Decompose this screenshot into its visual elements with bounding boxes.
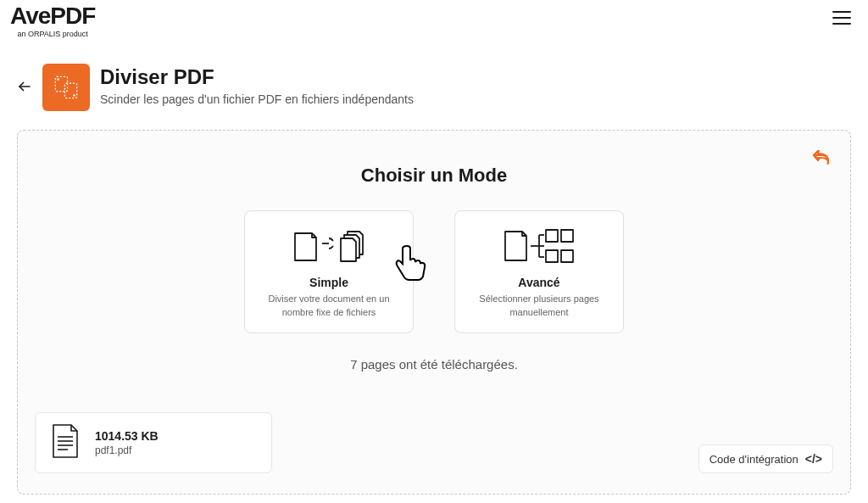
upload-status: 7 pages ont été téléchargées.: [35, 357, 833, 372]
mode-simple-card[interactable]: Simple Diviser votre document en un nomb…: [244, 210, 414, 333]
svg-rect-11: [561, 230, 573, 242]
main-panel: Choisir un Mode Simple Diviser votre doc…: [17, 130, 851, 495]
file-size: 1014.53 KB: [95, 429, 159, 443]
svg-point-4: [73, 94, 75, 96]
svg-rect-10: [546, 230, 558, 242]
page-title: Diviser PDF: [100, 65, 414, 89]
mode-advanced-icon: [497, 225, 581, 267]
file-name: pdf1.pdf: [95, 444, 159, 456]
mode-advanced-desc: Sélectionner plusieurs pages manuellemen…: [465, 293, 613, 319]
mode-advanced-title: Avancé: [518, 276, 559, 289]
mode-heading: Choisir un Mode: [35, 165, 833, 187]
menu-icon[interactable]: [832, 4, 851, 31]
brand-tagline: an ORPALIS product: [17, 30, 87, 38]
file-doc-icon: [51, 423, 80, 462]
undo-icon[interactable]: [811, 148, 832, 171]
svg-rect-12: [546, 250, 558, 262]
uploaded-file-card[interactable]: 1014.53 KB pdf1.pdf: [35, 412, 272, 473]
embed-code-label: Code d'intégration: [709, 453, 798, 466]
svg-point-3: [57, 78, 58, 80]
mode-simple-desc: Diviser votre document en un nombre fixe…: [255, 293, 403, 319]
cursor-pointer-icon: [392, 243, 430, 288]
mode-advanced-card[interactable]: Avancé Sélectionner plusieurs pages manu…: [454, 210, 624, 333]
code-icon: </>: [805, 452, 822, 466]
brand-name: AvePDF: [10, 4, 95, 28]
svg-rect-13: [561, 250, 573, 262]
back-arrow-icon[interactable]: [17, 77, 32, 99]
split-pdf-tool-icon: [42, 64, 90, 111]
brand-logo[interactable]: AvePDF an ORPALIS product: [10, 4, 95, 38]
embed-code-button[interactable]: Code d'intégration </>: [698, 444, 833, 473]
mode-simple-title: Simple: [309, 276, 348, 289]
page-subtitle: Scinder les pages d'un fichier PDF en fi…: [100, 92, 414, 106]
mode-simple-icon: [287, 225, 371, 267]
